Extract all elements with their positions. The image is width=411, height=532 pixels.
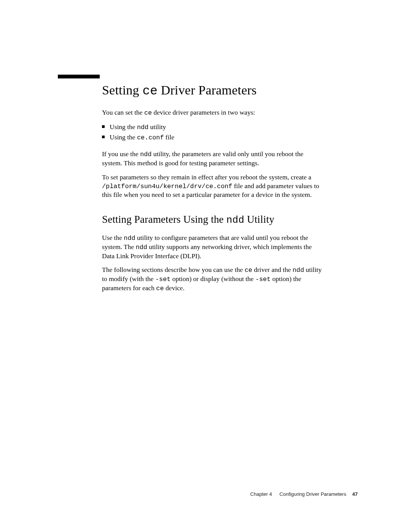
paragraph: Use the ndd utility to configure paramet… [102,233,323,260]
list-item: Using the ndd utility [102,123,323,132]
h1-post: Driver Parameters [158,83,256,97]
section-rule [58,75,100,78]
p3-a: To set parameters so they remain in effe… [102,173,311,181]
p5-b: driver and the [252,266,293,273]
p4-c2: ndd [136,244,147,251]
p5-c4: -set [255,276,271,283]
li-pre: Using the [110,133,137,141]
li-pre: Using the [110,123,137,131]
li-post: file [164,133,174,141]
paragraph: If you use the ndd utility, the paramete… [102,150,323,168]
bullet-list: Using the ndd utility Using the ce.conf … [102,123,323,142]
h1-pre: Setting [102,83,142,97]
page-title: Setting ce Driver Parameters [102,83,323,98]
h2-pre: Setting Parameters Using the [102,214,226,225]
p5-d: option) or display (without the [170,275,255,283]
p2-pre: If you use the [102,150,140,158]
p3-code: /platform/sun4u/kernel/drv/ce.conf [102,183,232,190]
intro-paragraph: You can set the ce device driver paramet… [102,108,323,117]
p5-c1: ce [245,267,252,274]
li-post: utility [148,123,166,131]
li-code: ce.conf [137,134,164,141]
h2-post: Utility [244,214,274,225]
h2-code: ndd [226,214,244,226]
intro-post: device driver parameters in two ways: [152,109,255,116]
intro-pre: You can set the [102,109,144,116]
paragraph: The following sections describe how you … [102,265,323,292]
p5-a: The following sections describe how you … [102,266,245,273]
intro-code: ce [144,109,152,117]
p5-c2: ndd [293,267,304,274]
p2-code: ndd [140,151,151,158]
footer-chapter: Chapter 4 [250,491,272,497]
p4-c1: ndd [124,235,135,242]
p4-a: Use the [102,234,124,241]
list-item: Using the ce.conf file [102,133,323,142]
section-title: Setting Parameters Using the ndd Utility [102,214,323,226]
page-footer: Chapter 4 Configuring Driver Parameters … [250,491,358,497]
p5-c5: ce [156,285,164,292]
p5-f: device. [164,284,185,292]
p5-c3: -set [155,276,170,283]
page-content: Setting ce Driver Parameters You can set… [102,83,323,298]
h1-code: ce [142,84,158,98]
footer-page-number: 47 [352,491,358,497]
li-code: ndd [137,124,148,131]
paragraph: To set parameters so they remain in effe… [102,173,323,199]
footer-title: Configuring Driver Parameters [279,491,346,497]
